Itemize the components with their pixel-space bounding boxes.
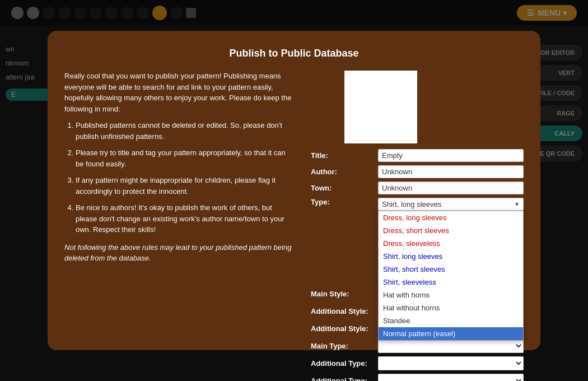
form-row-town: Town: [311,182,524,194]
publish-modal: Publish to Public Database Really cool t… [48,31,540,350]
form-row-add-type-1: Additional Type: [311,356,524,370]
modal-title: Publish to Public Database [64,48,524,59]
dropdown-item-9[interactable]: Standee [379,314,523,327]
title-label: Title: [311,151,378,160]
form-row-title: Title: [311,149,524,162]
dropdown-item-8[interactable]: Hat without horns [379,301,523,314]
form-row-add-type-2: Additional Type: [311,374,524,381]
dropdown-item-5[interactable]: Shirt, short sleeves [379,263,523,276]
dropdown-item-6[interactable]: Shirt, sleeveless [379,276,523,289]
type-selected-value: Shirt, long sleeves [382,200,441,208]
modal-description: Really cool that you want to publish you… [64,71,294,114]
modal-overlay: Publish to Public Database Really cool t… [0,0,588,381]
dropdown-item-2[interactable]: Dress, short sleeves [379,224,523,237]
modal-body: Really cool that you want to publish you… [64,71,524,381]
dropdown-item-4[interactable]: Shirt, long sleeves [379,250,523,263]
type-dropdown-menu: Dress, long sleeves Dress, short sleeves… [378,211,524,341]
pattern-preview [344,71,417,143]
author-input[interactable] [378,165,524,178]
type-dropdown[interactable]: Shirt, long sleeves ▼ Dress, long sleeve… [378,198,524,211]
additional-type-2-select[interactable] [378,374,524,381]
main-type-label: Main Type: [311,342,378,350]
form-row-author: Author: [311,165,524,178]
dropdown-item-7[interactable]: Hat with horns [379,289,523,301]
main-type-select[interactable] [378,339,524,353]
dropdown-item-1[interactable]: Dress, long sleeves [379,211,523,224]
title-input[interactable] [378,149,524,162]
form-row-main-type: Main Type: [311,339,524,353]
town-label: Town: [311,184,378,192]
additional-style-2-label: Additional Style: [311,324,378,333]
additional-style-1-label: Additional Style: [311,307,378,315]
modal-right: Title: Author: Town: Type: [311,71,524,381]
modal-rules: Published patterns cannot be deleted or … [64,120,294,235]
rule-4: Be nice to authors! It's okay to publish… [76,202,294,235]
type-dropdown-selected[interactable]: Shirt, long sleeves ▼ [378,198,524,211]
main-style-label: Main Style: [311,290,378,298]
form-row-type: Type: Shirt, long sleeves ▼ Dress, long … [311,198,524,211]
additional-type-1-select[interactable] [378,356,524,370]
type-label: Type: [311,198,378,206]
rule-2: Please try to title and tag your pattern… [76,147,294,169]
dropdown-item-3[interactable]: Dress, sleeveless [379,237,523,250]
rule-3: If any pattern might be inappropriate fo… [76,175,294,197]
rule-1: Published patterns cannot be deleted or … [76,120,294,142]
dropdown-arrow-icon: ▼ [514,201,520,207]
dropdown-item-10[interactable]: Normal pattern (easel) [379,327,523,340]
additional-type-1-label: Additional Type: [311,359,378,368]
additional-type-2-label: Additional Type: [311,377,378,381]
modal-warning: Not following the above rules may lead t… [64,242,294,264]
author-label: Author: [311,168,378,176]
town-input[interactable] [378,182,524,194]
modal-left: Really cool that you want to publish you… [64,71,294,381]
